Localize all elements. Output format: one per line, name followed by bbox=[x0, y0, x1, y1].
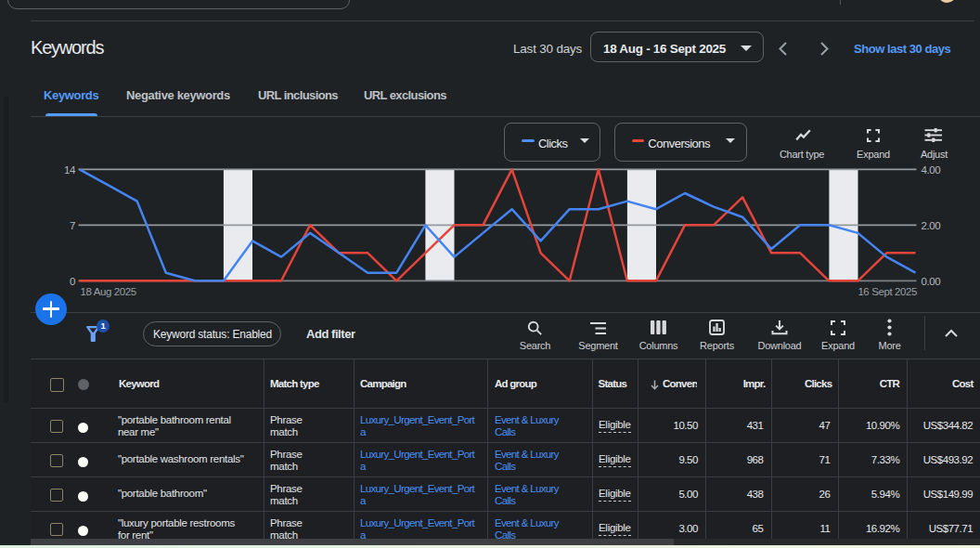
svg-text:16 Sept 2025: 16 Sept 2025 bbox=[858, 286, 917, 297]
svg-text:2.00: 2.00 bbox=[922, 220, 941, 231]
svg-text:14: 14 bbox=[64, 164, 76, 176]
svg-text:0: 0 bbox=[70, 276, 75, 287]
svg-text:4.00: 4.00 bbox=[922, 164, 941, 176]
svg-text:18 Aug 2025: 18 Aug 2025 bbox=[81, 286, 136, 297]
svg-text:0.00: 0.00 bbox=[922, 276, 941, 287]
svg-text:7: 7 bbox=[70, 220, 75, 231]
